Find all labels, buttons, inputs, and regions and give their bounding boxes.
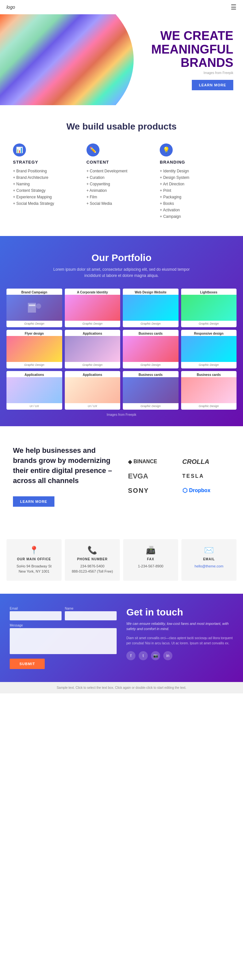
portfolio-item-title: Lightboxes bbox=[181, 289, 237, 295]
form-row-email-name: Email Name bbox=[10, 607, 117, 620]
portfolio-item-image bbox=[65, 295, 120, 321]
bizcard1-image bbox=[123, 336, 178, 362]
portfolio-item-type: UI / UX bbox=[65, 403, 120, 410]
portfolio-item-apps2[interactable]: Applications UI / UX bbox=[6, 371, 62, 410]
dropbox-icon: ⬡ bbox=[182, 487, 188, 494]
bizcard3-image bbox=[181, 377, 237, 403]
brands-learn-more-button[interactable]: LEARN MORE bbox=[13, 496, 54, 507]
content-column: ✏️ CONTENT Content Development Curation … bbox=[87, 143, 157, 220]
portfolio-item-image bbox=[181, 295, 237, 321]
portfolio-item-corporate[interactable]: A Corporate Identity Graphic Design bbox=[65, 289, 120, 327]
responsive-image bbox=[181, 336, 237, 362]
portfolio-item-bizcards2[interactable]: Business cards Graphic Design bbox=[123, 371, 178, 410]
list-item: Brand Positioning bbox=[13, 168, 83, 174]
list-item: Packaging bbox=[160, 194, 230, 200]
portfolio-image-source: Images from Freepik bbox=[6, 413, 237, 417]
message-label: Message bbox=[10, 624, 117, 627]
phone-card-info: 234-9876-5400888-0123-4567 (Toll Free) bbox=[69, 563, 115, 574]
list-item: Film bbox=[87, 194, 157, 200]
portfolio-item-title: Brand Campaign bbox=[6, 289, 62, 295]
hero-image bbox=[0, 14, 134, 105]
corporate-image bbox=[65, 295, 120, 321]
hamburger-button[interactable]: ☰ bbox=[231, 3, 237, 11]
email-card-title: EMAIL bbox=[186, 557, 232, 561]
portfolio-item-responsive[interactable]: Responsive design Graphic Design bbox=[181, 330, 237, 368]
get-in-touch-title: Get in touch bbox=[126, 607, 233, 618]
list-item: Social Media Strategy bbox=[13, 200, 83, 207]
portfolio-item-lightboxes[interactable]: Lightboxes Graphic Design bbox=[181, 289, 237, 327]
portfolio-item-title: A Corporate Identity bbox=[65, 289, 120, 295]
email-input[interactable] bbox=[10, 611, 62, 620]
binance-icon: ◆ bbox=[128, 459, 132, 465]
portfolio-item-webdesign[interactable]: Web Design Website Graphic Design bbox=[123, 289, 178, 327]
branding-title: BRANDING bbox=[160, 160, 230, 165]
list-item: Copywriting bbox=[87, 181, 157, 187]
fax-card-info: 1-234-567-8900 bbox=[128, 563, 174, 569]
strategy-title: STRATEGY bbox=[13, 160, 83, 165]
brand-logo-dropbox: ⬡ Dropbox bbox=[182, 487, 230, 494]
portfolio-item-type: Graphic Design bbox=[6, 321, 62, 327]
portfolio-item-type: Graphic Design bbox=[181, 321, 237, 327]
message-textarea[interactable] bbox=[10, 628, 117, 654]
portfolio-item-bizcards1[interactable]: Business cards Graphic Design bbox=[123, 330, 178, 368]
fax-card-title: FAX bbox=[128, 557, 174, 561]
contact-card-office: 📍 OUR MAIN OFFICE SoHo 94 Broadway StNew… bbox=[6, 539, 62, 581]
brands-section: We help businesses and brands grow by mo… bbox=[0, 426, 243, 526]
linkedin-icon[interactable]: in bbox=[163, 651, 172, 660]
portfolio-item-type: Graphic Design bbox=[181, 362, 237, 368]
brands-title: We help businesses and brands grow by mo… bbox=[13, 446, 115, 485]
brands-logos-grid: ◆ BINANCE CROLLA EVGA TESLA SONY ⬡ Dropb… bbox=[128, 458, 230, 495]
portfolio-item-flyer[interactable]: Flyer design Graphic Design bbox=[6, 330, 62, 368]
submit-button[interactable]: SUBMIT bbox=[10, 659, 45, 669]
portfolio-item-type: Graphic Design bbox=[123, 362, 178, 368]
portfolio-item-image bbox=[6, 336, 62, 362]
portfolio-item-type: Graphic Design bbox=[65, 321, 120, 327]
branding-icon: 💡 bbox=[160, 143, 173, 156]
portfolio-title: Our Portfolio bbox=[6, 252, 237, 263]
portfolio-item-title: Business cards bbox=[123, 371, 178, 377]
list-item: Identity Design bbox=[160, 168, 230, 174]
hero-content: WE CREATE MEANINGFUL BRANDS Images from … bbox=[151, 29, 233, 90]
get-in-touch-description: Diam sit amet convallis orci—class apten… bbox=[126, 636, 233, 646]
facebook-icon[interactable]: f bbox=[126, 651, 136, 660]
list-item: Experience Mapping bbox=[13, 194, 83, 200]
apps1-image bbox=[65, 336, 120, 362]
list-item: Campaign bbox=[160, 213, 230, 220]
office-card-title: OUR MAIN OFFICE bbox=[11, 557, 57, 561]
name-field-group: Name bbox=[65, 607, 117, 620]
name-input[interactable] bbox=[65, 611, 117, 620]
webdesign-image bbox=[123, 295, 178, 321]
content-title: CONTENT bbox=[87, 160, 157, 165]
portfolio-item-type: Graphic Design bbox=[65, 362, 120, 368]
portfolio-item-brand-campaign[interactable]: Brand Campaign Graphic Design bbox=[6, 289, 62, 327]
twitter-icon[interactable]: t bbox=[139, 651, 148, 660]
email-card-info: hello@theme.com bbox=[186, 563, 232, 569]
portfolio-item-type: Graphic Design bbox=[181, 403, 237, 410]
portfolio-item-title: Business cards bbox=[181, 371, 237, 377]
email-icon: ✉️ bbox=[186, 546, 232, 555]
content-icon: ✏️ bbox=[87, 143, 99, 156]
portfolio-description: Lorem ipsum dolor sit amet, consectetur … bbox=[50, 267, 193, 279]
list-item: Curation bbox=[87, 174, 157, 181]
contact-card-phone: 📞 PHONE NUMBER 234-9876-5400888-0123-456… bbox=[65, 539, 120, 581]
brand-logo-sony: SONY bbox=[128, 487, 176, 495]
email-link[interactable]: hello@theme.com bbox=[195, 564, 224, 568]
portfolio-item-image bbox=[123, 336, 178, 362]
portfolio-item-title: Responsive design bbox=[181, 330, 237, 336]
strategy-list: Brand Positioning Brand Architecture Nam… bbox=[13, 168, 83, 207]
header: logo ☰ bbox=[0, 0, 243, 14]
portfolio-item-bizcards3[interactable]: Business cards Graphic Design bbox=[181, 371, 237, 410]
portfolio-item-image bbox=[65, 377, 120, 403]
portfolio-item-title: Web Design Website bbox=[123, 289, 178, 295]
list-item: Social Media bbox=[87, 200, 157, 207]
branding-column: 💡 BRANDING Identity Design Design System… bbox=[160, 143, 230, 220]
portfolio-item-apps3[interactable]: Applications UI / UX bbox=[65, 371, 120, 410]
name-label: Name bbox=[65, 607, 117, 610]
lightboxes-image bbox=[181, 295, 237, 321]
portfolio-item-apps1[interactable]: Applications Graphic Design bbox=[65, 330, 120, 368]
list-item: Content Development bbox=[87, 168, 157, 174]
list-item: Art Direction bbox=[160, 181, 230, 187]
instagram-icon[interactable]: 📷 bbox=[151, 651, 160, 660]
get-in-touch-subtitle: We can ensure reliability, low-cost fare… bbox=[126, 621, 233, 632]
hero-learn-more-button[interactable]: LEARN MORE bbox=[192, 80, 233, 90]
